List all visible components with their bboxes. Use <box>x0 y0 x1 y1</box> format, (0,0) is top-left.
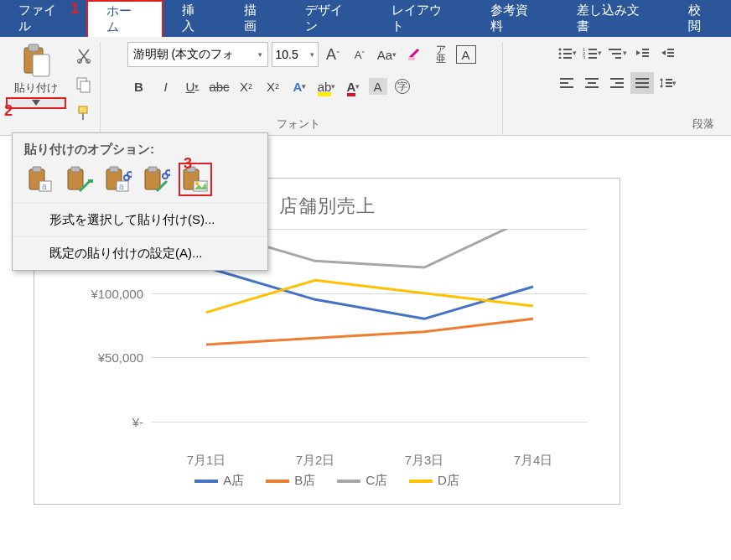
cut-icon[interactable] <box>73 45 95 67</box>
format-painter-icon[interactable] <box>73 102 95 124</box>
align-justify-button[interactable] <box>630 72 654 94</box>
line-spacing-button[interactable]: ▾ <box>656 72 679 94</box>
font-color-button[interactable]: A▾ <box>342 75 366 97</box>
multilevel-list-button[interactable]: ▾ <box>605 42 629 64</box>
bullet-list-button[interactable]: ▾ <box>555 42 578 64</box>
phonetic-guide-button[interactable]: ア亜 <box>429 44 453 65</box>
change-case-button[interactable]: Aa▾ <box>376 44 399 65</box>
paste-option-link-merge[interactable] <box>140 163 174 196</box>
callout-2: 2 <box>0 102 17 119</box>
number-list-button[interactable]: 123▾ <box>580 42 604 64</box>
svg-point-11 <box>558 53 561 55</box>
legend-swatch <box>409 480 433 483</box>
svg-rect-33 <box>585 78 599 80</box>
legend-label: B店 <box>294 473 315 489</box>
bold-button[interactable]: B <box>127 75 151 97</box>
text-effects-button[interactable]: A▾ <box>288 75 312 97</box>
enclose-char-button[interactable]: 字 <box>391 75 414 97</box>
svg-rect-38 <box>610 86 624 88</box>
svg-rect-32 <box>560 86 573 88</box>
x-tick-label: 7月4日 <box>483 453 583 469</box>
svg-rect-14 <box>563 57 572 59</box>
chevron-down-icon: ▾ <box>258 50 262 59</box>
paste-option-keep-link[interactable]: a <box>101 163 135 196</box>
shrink-font-button[interactable]: A˅ <box>349 44 372 65</box>
tab-layout[interactable]: レイアウト <box>373 0 472 37</box>
paste-option-merge-format[interactable] <box>63 163 96 196</box>
increase-indent-button[interactable] <box>656 42 679 64</box>
x-tick-label: 7月3日 <box>374 453 474 469</box>
tab-review[interactable]: 校閲 <box>670 0 732 37</box>
svg-rect-2 <box>33 54 49 76</box>
svg-rect-59 <box>145 169 160 189</box>
paste-label[interactable]: 貼り付け <box>14 80 58 96</box>
legend-label: D店 <box>438 473 459 489</box>
svg-rect-1 <box>29 44 39 51</box>
svg-point-58 <box>127 172 132 177</box>
char-border-button[interactable]: A <box>456 45 476 64</box>
align-center-button[interactable] <box>580 72 604 94</box>
subscript-button[interactable]: X2 <box>235 75 258 97</box>
font-size-combo[interactable]: 10.5 ▾ <box>272 42 319 67</box>
copy-icon[interactable] <box>73 74 95 96</box>
svg-rect-22 <box>612 53 621 54</box>
tab-references[interactable]: 参考資料 <box>472 0 558 37</box>
legend-item: B店 <box>266 473 315 489</box>
strikethrough-button[interactable]: abc <box>208 75 231 97</box>
grow-font-button[interactable]: A˄ <box>322 44 345 65</box>
svg-rect-12 <box>563 53 572 54</box>
italic-button[interactable]: I <box>154 75 178 97</box>
legend-swatch <box>337 480 360 483</box>
ribbon: 貼り付け 游明朝 (本文のフォ <box>0 37 731 136</box>
tab-design[interactable]: デザイン <box>287 0 373 37</box>
svg-rect-41 <box>635 86 649 88</box>
svg-rect-30 <box>560 78 573 80</box>
legend-item: A店 <box>194 473 244 489</box>
char-shading-button[interactable]: A <box>369 78 387 95</box>
group-clipboard: 貼り付け <box>0 42 101 135</box>
svg-rect-60 <box>148 167 157 172</box>
svg-rect-27 <box>667 49 674 50</box>
clear-format-button[interactable] <box>402 44 426 65</box>
font-name-combo[interactable]: 游明朝 (本文のフォ ▾ <box>127 42 268 67</box>
tab-draw[interactable]: 描画 <box>226 0 288 37</box>
series-line <box>206 280 533 312</box>
svg-rect-25 <box>642 52 649 54</box>
paste-special-menuitem[interactable]: 形式を選択して貼り付け(S)... <box>13 203 267 236</box>
svg-rect-18 <box>588 53 597 54</box>
highlight-button[interactable]: ab▾ <box>315 75 339 97</box>
svg-rect-10 <box>563 49 572 50</box>
svg-rect-16 <box>588 49 597 50</box>
paste-option-keep-source[interactable]: a <box>24 163 58 196</box>
svg-rect-6 <box>80 81 90 92</box>
svg-point-62 <box>166 170 170 175</box>
group-caption-font: フォント <box>277 117 320 132</box>
svg-rect-37 <box>615 82 624 84</box>
svg-point-13 <box>558 57 561 60</box>
y-tick-label: ¥50,000 <box>68 350 143 365</box>
align-right-button[interactable] <box>605 72 629 94</box>
tab-mailings[interactable]: 差し込み文書 <box>558 0 670 37</box>
font-name-value: 游明朝 (本文のフォ <box>133 47 235 62</box>
svg-rect-29 <box>667 55 674 57</box>
group-paragraph: ▾ 123▾ ▾ ▾ 段落 <box>503 42 731 135</box>
superscript-button[interactable]: X2 <box>262 75 285 97</box>
series-line <box>206 267 533 319</box>
tab-insert[interactable]: 挿入 <box>163 0 226 37</box>
paste-icon[interactable] <box>17 42 55 79</box>
underline-button[interactable]: U▾ <box>181 75 205 97</box>
tab-home[interactable]: ホーム <box>86 0 163 37</box>
align-left-button[interactable] <box>555 72 578 94</box>
svg-rect-47 <box>33 167 41 172</box>
paste-defaults-menuitem[interactable]: 既定の貼り付けの設定(A)... <box>13 236 267 270</box>
decrease-indent-button[interactable] <box>630 42 654 64</box>
svg-rect-52 <box>88 179 93 183</box>
legend-label: A店 <box>223 473 244 489</box>
legend-item: C店 <box>337 473 387 489</box>
legend-swatch <box>266 480 289 483</box>
svg-point-66 <box>195 182 199 185</box>
callout-3: 3 <box>179 155 196 172</box>
svg-point-9 <box>558 49 561 51</box>
group-caption-paragraph: 段落 <box>692 117 714 132</box>
legend-label: C店 <box>366 473 387 489</box>
